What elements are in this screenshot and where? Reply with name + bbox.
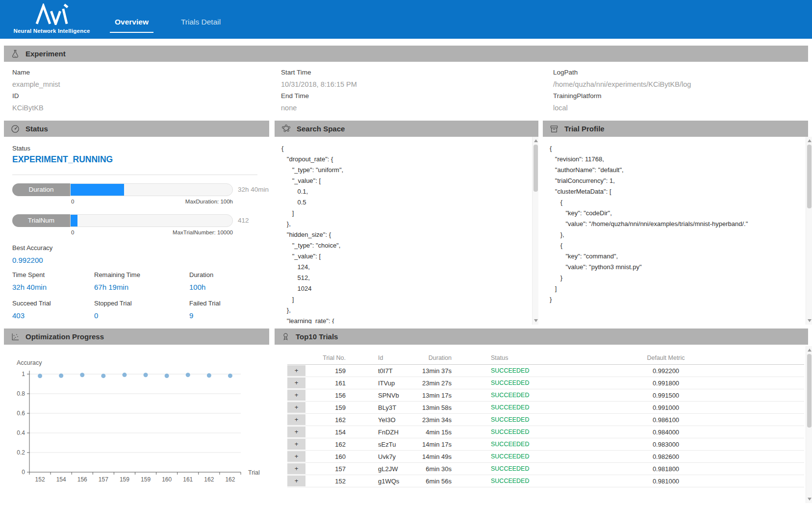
scroll-down-icon[interactable]	[808, 498, 812, 501]
top-trials-body: + 159 t0I7T 13min 37s SUCCEEDED 0.992200…	[275, 365, 808, 487]
experiment-field-id: ID KCiBytKB	[12, 92, 44, 113]
field-label: End Time	[281, 92, 309, 100]
code-line: 1024	[281, 283, 527, 294]
trial-profile-scrollbar[interactable]	[806, 137, 812, 325]
svg-text:161: 161	[183, 476, 193, 483]
scroll-down-icon[interactable]	[534, 319, 538, 322]
code-line: }	[550, 294, 803, 305]
cell-metric: 0.983000	[617, 438, 715, 451]
expand-button[interactable]: +	[287, 476, 305, 486]
cell-duration: 23min 27s	[388, 377, 452, 389]
cell-duration: 13min 37s	[388, 365, 452, 377]
field-value: none	[281, 103, 309, 113]
cell-status: SUCCEEDED	[491, 463, 559, 475]
expand-button[interactable]: +	[287, 463, 305, 474]
expand-button[interactable]: +	[287, 378, 305, 388]
expand-button[interactable]: +	[287, 402, 305, 413]
cell-trial-no: 161	[311, 377, 346, 389]
trialnum-bar-track	[70, 214, 233, 227]
field-value: 10/31/2018, 8:16:15 PM	[281, 79, 357, 89]
duration-bar-max: MaxDuration: 100h	[185, 199, 233, 204]
field-label: TrainingPlatform	[553, 92, 602, 100]
expand-button[interactable]: +	[287, 427, 305, 437]
trialnum-bar-max: MaxTrialNumber: 10000	[173, 229, 233, 235]
best-accuracy: Best Accuracy 0.992200	[12, 244, 52, 265]
table-row: + 162 YeI3O 23min 34s SUCCEEDED 0.986100	[287, 414, 804, 426]
svg-text:0.8: 0.8	[17, 390, 25, 397]
svg-text:0: 0	[22, 469, 25, 476]
expand-button[interactable]: +	[287, 365, 305, 376]
cell-trial-no: 159	[311, 402, 346, 414]
expand-button[interactable]: +	[287, 414, 305, 425]
cell-status: SUCCEEDED	[491, 377, 559, 389]
code-line: ]	[281, 294, 527, 305]
optimization-chart[interactable]: 00.20.40.60.8115215415615715915916016116…	[0, 344, 269, 505]
stat-time-spent: Time Spent 32h 40min	[12, 271, 47, 292]
code-line: "value": "/home/quzha/nni/nni/examples/t…	[550, 219, 803, 229]
code-line: {	[550, 143, 803, 154]
cell-duration: 6min 56s	[388, 475, 452, 487]
cell-trial-no: 162	[311, 414, 346, 426]
search-space-scrollbar[interactable]	[532, 137, 538, 325]
cell-trial-no: 162	[311, 438, 346, 451]
table-row: + 154 FnDZH 4min 15s SUCCEEDED 0.984000	[287, 426, 804, 438]
scroll-thumb[interactable]	[807, 145, 812, 208]
cell-metric: 0.991500	[617, 389, 715, 402]
svg-text:160: 160	[162, 476, 172, 483]
scroll-down-icon[interactable]	[808, 319, 812, 322]
cell-status: SUCCEEDED	[491, 475, 559, 487]
status-label: Status	[12, 145, 30, 152]
code-line: {	[550, 240, 803, 251]
trialnum-bar-label: TrialNum	[12, 214, 70, 227]
table-row: + 156 SPNVb 13min 17s SUCCEEDED 0.991500	[287, 389, 804, 402]
code-line: 512,	[281, 273, 527, 283]
cell-duration: 13min 58s	[388, 402, 452, 414]
optimization-section-header: Optimization Progress	[4, 328, 269, 345]
cell-metric: 0.991000	[617, 402, 715, 414]
experiment-field-start-time: Start Time 10/31/2018, 8:16:15 PM	[281, 69, 357, 89]
svg-text:152: 152	[35, 476, 45, 483]
cell-duration: 6min 30s	[388, 463, 452, 475]
field-label: LogPath	[553, 69, 691, 76]
top-trials-scrollbar[interactable]	[806, 346, 812, 503]
nni-logo-icon[interactable]	[32, 3, 74, 25]
cell-duration: 14min 17s	[388, 438, 452, 451]
expand-button[interactable]: +	[287, 439, 305, 450]
stat-duration: Duration 100h	[189, 271, 213, 292]
scroll-thumb[interactable]	[807, 354, 812, 428]
search-space-code: { "dropout_rate": { "_type": "uniform", …	[281, 143, 527, 324]
nav-tabs: Overview Trials Detail	[112, 18, 224, 26]
top-trials-title: Top10 Trials	[296, 332, 338, 341]
table-row: + 162 sEzTu 14min 17s SUCCEEDED 0.983000	[287, 438, 804, 451]
code-line: "revision": 11768,	[550, 154, 803, 165]
cell-duration: 4min 15s	[388, 426, 452, 438]
cell-status: SUCCEEDED	[491, 402, 559, 414]
field-label: ID	[12, 92, 44, 100]
cell-status: SUCCEEDED	[491, 414, 559, 426]
stat-label: Best Accuracy	[12, 244, 52, 252]
scatter-chart-icon	[10, 332, 20, 342]
col-default-metric: Default Metric	[617, 352, 715, 364]
stat-succeed-trial: Succeed Trial 403	[12, 300, 51, 321]
scroll-thumb[interactable]	[533, 145, 538, 192]
tab-overview[interactable]: Overview	[112, 18, 152, 26]
scroll-up-icon[interactable]	[808, 139, 812, 142]
status-value: EXPERIMENT_RUNNING	[12, 154, 113, 165]
scroll-up-icon[interactable]	[808, 349, 812, 352]
search-space-section-header: Search Space	[275, 121, 538, 137]
expand-button[interactable]: +	[287, 451, 305, 462]
col-trial-no: Trial No.	[311, 352, 346, 364]
expand-button[interactable]: +	[287, 390, 305, 401]
cell-metric: 0.986100	[617, 414, 715, 426]
svg-text:159: 159	[120, 476, 129, 483]
cell-duration: 23min 34s	[388, 414, 452, 426]
svg-text:162: 162	[225, 476, 235, 483]
code-line: 0.1,	[281, 186, 527, 197]
tab-trials-detail[interactable]: Trials Detail	[178, 18, 224, 26]
code-line: "authorName": "default",	[550, 165, 803, 176]
svg-text:Trial: Trial	[248, 469, 260, 476]
scroll-up-icon[interactable]	[534, 139, 538, 142]
svg-text:0.6: 0.6	[17, 410, 25, 417]
table-row: + 159 t0I7T 13min 37s SUCCEEDED 0.992200	[287, 365, 804, 377]
cell-metric: 0.992200	[617, 365, 715, 377]
